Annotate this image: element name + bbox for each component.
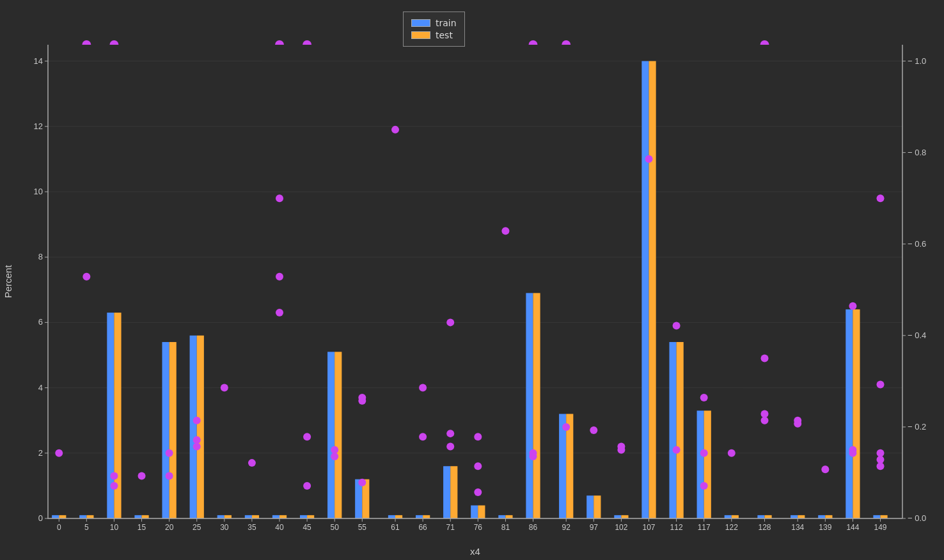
chart-legend: train test — [403, 12, 465, 47]
legend-test-swatch — [411, 31, 430, 39]
legend-train-label: train — [436, 18, 457, 28]
legend-test: test — [411, 30, 457, 40]
legend-train-swatch — [411, 19, 430, 27]
legend-train: train — [411, 18, 457, 28]
chart-canvas — [0, 0, 944, 560]
chart-container: train test — [0, 0, 944, 560]
legend-test-label: test — [436, 30, 453, 40]
